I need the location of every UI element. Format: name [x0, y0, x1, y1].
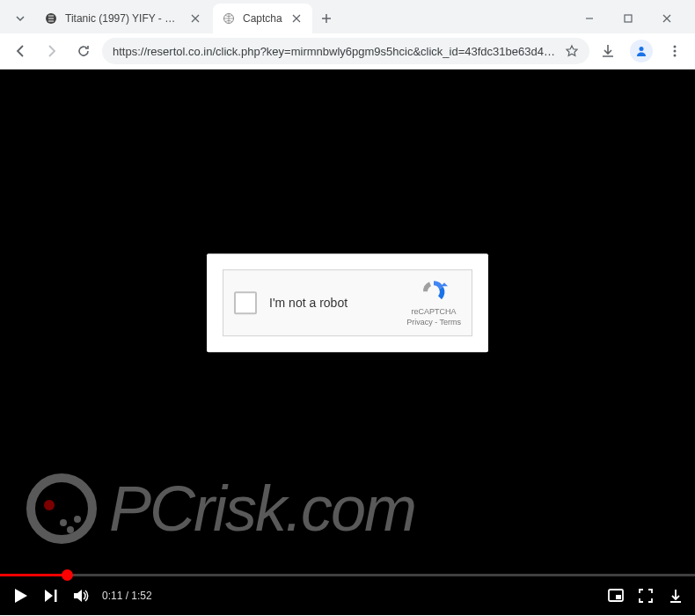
svg-point-5	[674, 50, 677, 53]
toolbar: https://resertol.co.in/click.php?key=mir…	[0, 33, 695, 69]
favicon-yify	[44, 11, 58, 26]
svg-rect-10	[55, 590, 57, 602]
svg-marker-9	[45, 590, 53, 602]
url-text: https://resertol.co.in/click.php?key=mir…	[113, 45, 558, 58]
address-bar[interactable]: https://resertol.co.in/click.php?key=mir…	[102, 38, 589, 64]
pip-button[interactable]	[607, 587, 625, 605]
favicon-globe-icon	[222, 11, 236, 26]
tab-close-icon[interactable]	[289, 11, 304, 26]
svg-marker-8	[15, 589, 27, 603]
close-window-button[interactable]	[651, 6, 683, 31]
recaptcha-branding: reCAPTCHA Privacy - Terms	[406, 278, 461, 328]
play-button[interactable]	[11, 586, 30, 605]
bookmark-star-icon[interactable]	[565, 44, 579, 58]
svg-point-4	[674, 46, 677, 48]
watermark: PCrisk.com	[26, 473, 415, 545]
svg-point-3	[640, 47, 644, 51]
download-button[interactable]	[667, 587, 684, 605]
tab-close-icon[interactable]	[188, 11, 202, 26]
recaptcha-checkbox[interactable]	[234, 291, 257, 314]
reload-button[interactable]	[70, 38, 97, 64]
new-tab-button[interactable]	[314, 6, 339, 31]
forward-button[interactable]	[39, 38, 65, 64]
svg-marker-11	[74, 590, 82, 602]
tab-titanic[interactable]: Titanic (1997) YIFY - Download	[35, 4, 211, 33]
tab-title: Titanic (1997) YIFY - Download	[65, 12, 181, 25]
captcha-card: I'm not a robot reCAPTCHA Privacy - Term…	[207, 253, 488, 352]
svg-point-6	[674, 55, 677, 57]
svg-rect-13	[616, 595, 621, 599]
recaptcha-legal-text[interactable]: Privacy - Terms	[406, 318, 461, 328]
maximize-button[interactable]	[612, 6, 644, 31]
svg-rect-2	[625, 15, 632, 22]
tab-captcha[interactable]: Captcha	[213, 4, 312, 33]
recaptcha-label: I'm not a robot	[269, 296, 406, 310]
window-controls	[574, 6, 688, 31]
tab-search-dropdown[interactable]	[7, 5, 33, 32]
watermark-logo-icon	[26, 473, 97, 544]
downloads-icon[interactable]	[595, 38, 621, 64]
recaptcha-brand-text: reCAPTCHA	[406, 308, 461, 319]
profile-avatar[interactable]	[630, 40, 653, 62]
volume-button[interactable]	[72, 587, 90, 605]
minimize-button[interactable]	[574, 6, 605, 31]
watermark-text: PCrisk.com	[109, 473, 415, 545]
next-button[interactable]	[42, 587, 60, 605]
tab-strip: Titanic (1997) YIFY - Download Captcha	[0, 0, 695, 33]
browser-chrome: Titanic (1997) YIFY - Download Captcha	[0, 0, 695, 70]
back-button[interactable]	[7, 38, 33, 64]
menu-kebab-icon[interactable]	[662, 38, 688, 64]
page-content: I'm not a robot reCAPTCHA Privacy - Term…	[0, 70, 695, 615]
video-player-controls: 0:11 / 1:52	[0, 576, 695, 615]
fullscreen-button[interactable]	[637, 587, 655, 605]
recaptcha-logo-icon	[418, 278, 450, 306]
tab-title: Captcha	[243, 12, 282, 25]
recaptcha-widget: I'm not a robot reCAPTCHA Privacy - Term…	[223, 269, 472, 336]
time-display: 0:11 / 1:52	[102, 590, 152, 602]
svg-marker-7	[441, 283, 448, 287]
